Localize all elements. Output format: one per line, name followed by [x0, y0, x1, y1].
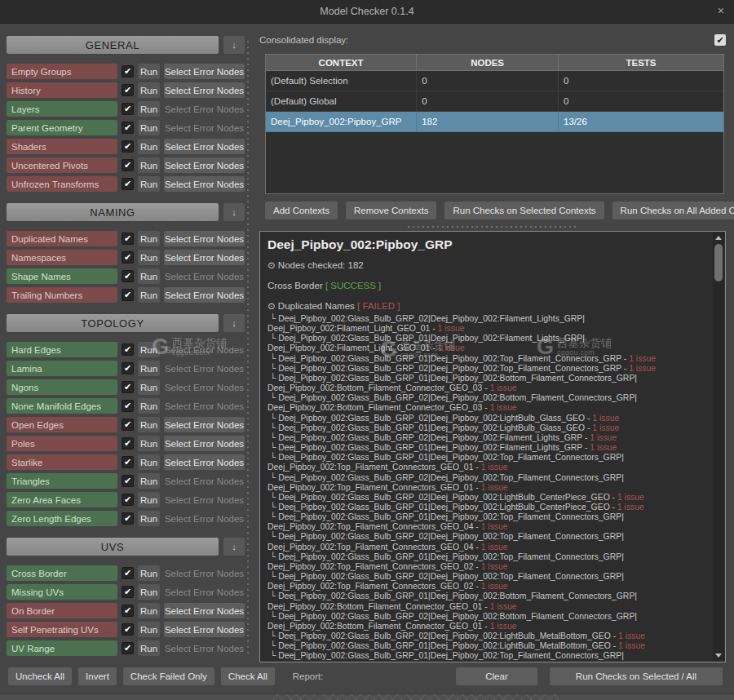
run-button-missing-uvs[interactable]: Run — [138, 584, 160, 600]
run-button-triangles[interactable]: Run — [138, 473, 160, 489]
checkbox-duplicated-names[interactable]: ✔ — [122, 233, 134, 245]
section-header-uvs[interactable]: UVS — [7, 538, 219, 556]
collapse-topology-icon[interactable]: ↓ — [223, 314, 245, 332]
run-button-cross-border[interactable]: Run — [138, 565, 160, 581]
run-checks-on-selected-contexts-button[interactable]: Run Checks on Selected Contexts — [444, 202, 604, 219]
report-scrollbar[interactable] — [713, 233, 724, 661]
run-button-shaders[interactable]: Run — [138, 139, 160, 154]
checkbox-zero-area-faces[interactable]: ✔ — [122, 494, 134, 506]
run-button-open-edges[interactable]: Run — [138, 417, 160, 432]
checkbox-ngons[interactable]: ✔ — [122, 381, 134, 393]
checkbox-on-border[interactable]: ✔ — [122, 605, 134, 617]
checkbox-open-edges[interactable]: ✔ — [122, 419, 134, 431]
column-header-tests[interactable]: TESTS — [559, 55, 723, 70]
scroll-up-icon[interactable] — [715, 236, 722, 240]
run-button-layers[interactable]: Run — [138, 101, 160, 117]
run-button-unfrozen-transforms[interactable]: Run — [138, 176, 160, 192]
collapse-naming-icon[interactable]: ↓ — [223, 203, 245, 221]
column-header-context[interactable]: CONTEXT — [266, 55, 417, 70]
checkbox-none-manifold-edges[interactable]: ✔ — [122, 400, 134, 412]
panel-splitter-handle[interactable] — [247, 41, 249, 658]
close-icon[interactable]: × — [718, 4, 724, 17]
run-button-trailing-numbers[interactable]: Run — [138, 287, 160, 303]
checkbox-hard-edges[interactable]: ✔ — [122, 343, 134, 356]
run-button-zero-area-faces[interactable]: Run — [138, 492, 160, 507]
checkbox-history[interactable]: ✔ — [122, 84, 134, 96]
run-button-hard-edges[interactable]: Run — [138, 342, 160, 357]
run-button-none-manifold-edges[interactable]: Run — [138, 398, 160, 414]
checkbox-poles[interactable]: ✔ — [122, 437, 134, 450]
run-button-empty-groups[interactable]: Run — [138, 64, 160, 79]
run-button-duplicated-names[interactable]: Run — [138, 231, 160, 246]
checkbox-missing-uvs[interactable]: ✔ — [122, 586, 134, 598]
select-error-nodes-button-starlike[interactable]: Select Error Nodes — [164, 454, 245, 470]
scroll-down-icon[interactable] — [715, 653, 722, 658]
run-checks-on-all-added-contexts-button[interactable]: Run Checks on All Added Contexts — [612, 202, 734, 219]
checkbox-shaders[interactable]: ✔ — [122, 140, 134, 153]
table-row-deej-pipboy-002-pipboy-grp[interactable]: Deej_Pipboy_002:Pipboy_GRP18213/26 — [266, 112, 723, 132]
report-content[interactable]: Deej_Pipboy_002:Pipboy_GRP ⊙ Nodes check… — [260, 232, 712, 662]
uncheck-all-button[interactable]: Uncheck All — [8, 667, 72, 685]
table-row-default-global[interactable]: (Default) Global00 — [266, 91, 723, 112]
run-button-on-border[interactable]: Run — [138, 603, 160, 618]
table-row-default-selection[interactable]: (Default) Selection00 — [266, 71, 723, 91]
scrollbar-thumb[interactable] — [714, 244, 723, 281]
titlebar[interactable]: Model Checker 0.1.4 × — [0, 0, 734, 24]
run-checks-on-selected-all-button[interactable]: Run Checks on Selected / All — [550, 667, 723, 685]
select-error-nodes-button-history[interactable]: Select Error Nodes — [164, 82, 245, 98]
collapse-uvs-icon[interactable]: ↓ — [223, 538, 245, 556]
checkbox-triangles[interactable]: ✔ — [122, 475, 134, 487]
run-button-zero-length-edges[interactable]: Run — [138, 511, 160, 526]
run-button-shape-names[interactable]: Run — [138, 268, 160, 284]
checkbox-uncentered-pivots[interactable]: ✔ — [122, 159, 134, 171]
check-failed-only-button[interactable]: Check Failed Only — [123, 667, 214, 685]
run-button-self-penetrating-uvs[interactable]: Run — [138, 622, 160, 637]
run-button-history[interactable]: Run — [138, 82, 160, 98]
run-button-ngons[interactable]: Run — [138, 379, 160, 395]
select-error-nodes-button-namespaces[interactable]: Select Error Nodes — [164, 250, 245, 265]
remove-contexts-button[interactable]: Remove Contexts — [346, 202, 436, 219]
select-error-nodes-button-trailing-numbers[interactable]: Select Error Nodes — [164, 287, 245, 303]
checkbox-trailing-numbers[interactable]: ✔ — [122, 289, 134, 301]
select-error-nodes-button-poles[interactable]: Select Error Nodes — [164, 436, 245, 451]
checkbox-unfrozen-transforms[interactable]: ✔ — [122, 178, 134, 190]
section-header-naming[interactable]: NAMING — [7, 203, 219, 221]
column-header-nodes[interactable]: NODES — [417, 55, 559, 70]
run-button-uv-range[interactable]: Run — [138, 640, 160, 656]
section-header-general[interactable]: GENERAL — [7, 36, 219, 54]
run-button-namespaces[interactable]: Run — [138, 250, 160, 265]
checkbox-parent-geometry[interactable]: ✔ — [122, 122, 134, 134]
run-button-parent-geometry[interactable]: Run — [138, 120, 160, 135]
checkbox-layers[interactable]: ✔ — [122, 103, 134, 115]
checkbox-namespaces[interactable]: ✔ — [122, 251, 134, 264]
select-error-nodes-button-duplicated-names[interactable]: Select Error Nodes — [164, 231, 245, 246]
checkbox-starlike[interactable]: ✔ — [122, 456, 134, 468]
consolidated-display-checkbox[interactable]: ✔ — [714, 34, 726, 46]
run-button-uncentered-pivots[interactable]: Run — [138, 157, 160, 173]
run-button-starlike[interactable]: Run — [138, 454, 160, 470]
checkbox-uv-range[interactable]: ✔ — [122, 642, 134, 654]
report-splitter-handle[interactable] — [408, 226, 579, 228]
checkbox-empty-groups[interactable]: ✔ — [122, 65, 134, 78]
run-button-poles[interactable]: Run — [138, 436, 160, 451]
select-error-nodes-button-on-border[interactable]: Select Error Nodes — [164, 603, 245, 618]
run-button-lamina[interactable]: Run — [138, 361, 160, 376]
select-error-nodes-button-open-edges[interactable]: Select Error Nodes — [164, 417, 245, 432]
checkbox-shape-names[interactable]: ✔ — [122, 270, 134, 282]
select-error-nodes-button-unfrozen-transforms[interactable]: Select Error Nodes — [164, 176, 245, 192]
add-contexts-button[interactable]: Add Contexts — [265, 202, 338, 219]
clear-report-button[interactable]: Clear — [456, 667, 537, 685]
checkbox-zero-length-edges[interactable]: ✔ — [122, 512, 134, 525]
check-label-parent-geometry: Parent Geometry — [7, 120, 117, 135]
invert-button[interactable]: Invert — [78, 667, 117, 685]
section-header-topology[interactable]: TOPOLOGY — [7, 314, 219, 332]
checkbox-self-penetrating-uvs[interactable]: ✔ — [122, 623, 134, 636]
collapse-general-icon[interactable]: ↓ — [223, 36, 245, 54]
check-all-button[interactable]: Check All — [221, 667, 275, 685]
select-error-nodes-button-uncentered-pivots[interactable]: Select Error Nodes — [164, 157, 245, 173]
select-error-nodes-button-self-penetrating-uvs[interactable]: Select Error Nodes — [164, 622, 245, 637]
select-error-nodes-button-shaders[interactable]: Select Error Nodes — [164, 139, 245, 154]
select-error-nodes-button-empty-groups[interactable]: Select Error Nodes — [164, 64, 245, 79]
checkbox-lamina[interactable]: ✔ — [122, 362, 134, 374]
checkbox-cross-border[interactable]: ✔ — [122, 567, 134, 579]
